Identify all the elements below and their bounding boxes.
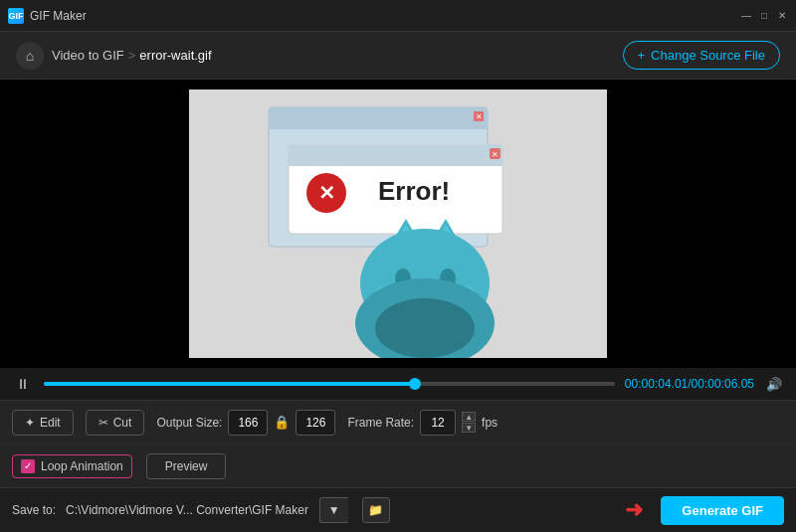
video-preview-area: ✕ ✕ ✕ Error! [0,80,796,368]
svg-point-24 [375,298,475,358]
folder-icon: 📁 [368,503,383,517]
progress-controls-bar: ⏸ 00:00:04.01/00:00:06.05 🔊 [0,368,796,400]
play-pause-button[interactable]: ⏸ [12,373,34,395]
progress-thumb[interactable] [409,378,421,390]
breadcrumb-current: error-wait.gif [139,48,211,63]
width-input[interactable] [228,410,268,436]
preview-button[interactable]: Preview [146,453,227,479]
total-time: 00:00:06.05 [692,377,754,391]
progress-bar[interactable] [44,382,615,386]
output-size-group: Output Size: 🔒 [156,410,335,436]
title-left: GIF GIF Maker [8,8,87,24]
app-icon: GIF [8,8,24,24]
spinner-buttons[interactable]: ▲ ▼ [462,412,476,433]
nav-bar: ⌂ Video to GIF > error-wait.gif + Change… [0,32,796,80]
frame-rate-group: Frame Rate: ▲ ▼ fps [347,410,498,436]
title-bar: GIF GIF Maker — □ ✕ [0,0,796,32]
time-display: 00:00:04.01/00:00:06.05 [625,377,754,391]
save-to-label: Save to: [12,503,56,517]
generate-gif-button[interactable]: Generate GIF [661,496,784,525]
maximize-button[interactable]: □ [758,10,770,22]
change-source-label: Change Source File [651,48,765,63]
app-title: GIF Maker [30,9,87,23]
open-folder-button[interactable]: 📁 [362,497,390,523]
output-size-label: Output Size: [156,416,222,430]
folder-select-button[interactable]: ▼ [319,497,348,523]
svg-text:✕: ✕ [492,150,498,159]
loop-animation-checkbox-group[interactable]: ✓ Loop Animation [12,454,132,478]
spinner-down-button[interactable]: ▼ [462,423,476,433]
cut-label: Cut [113,416,132,430]
cut-icon: ✂ [99,416,108,430]
tools-bar: ✦ Edit ✂ Cut Output Size: 🔒 Frame Rate: … [0,400,796,443]
breadcrumb-parent[interactable]: Video to GIF [52,48,124,63]
volume-button[interactable]: 🔊 [764,374,784,394]
window-controls[interactable]: — □ ✕ [740,10,788,22]
svg-rect-3 [269,119,488,129]
folder-select-group[interactable]: ▼ [319,497,348,523]
loop-preview-bar: ✓ Loop Animation Preview [0,443,796,487]
save-bar: Save to: C:\Vidmore\Vidmore V... Convert… [0,487,796,532]
lock-icon[interactable]: 🔒 [274,415,290,431]
frame-rate-label: Frame Rate: [347,416,414,430]
edit-button[interactable]: ✦ Edit [12,410,74,436]
height-input[interactable] [296,410,335,436]
progress-fill [44,382,415,386]
save-path-display: C:\Vidmore\Vidmore V... Converter\GIF Ma… [66,503,309,517]
home-button[interactable]: ⌂ [16,42,44,70]
minimize-button[interactable]: — [740,10,752,22]
change-source-button[interactable]: + Change Source File [623,41,781,70]
fps-label: fps [482,416,498,430]
frame-rate-input[interactable] [420,410,456,436]
svg-rect-8 [289,155,502,166]
loop-animation-checkbox[interactable]: ✓ [21,459,35,473]
current-time: 00:00:04.01 [625,377,688,391]
change-source-plus-icon: + [638,48,646,63]
edit-icon: ✦ [25,416,35,430]
cut-button[interactable]: ✂ Cut [86,410,145,436]
spinner-up-button[interactable]: ▲ [462,412,476,422]
loop-animation-label: Loop Animation [41,459,123,473]
generate-arrow-icon: ➜ [625,497,643,523]
svg-text:✕: ✕ [318,182,335,204]
svg-text:✕: ✕ [476,112,483,121]
breadcrumb-separator: > [128,48,136,63]
nav-left: ⌂ Video to GIF > error-wait.gif [16,42,212,70]
close-button[interactable]: ✕ [776,10,788,22]
gif-preview: ✕ ✕ ✕ Error! [189,89,607,358]
breadcrumb: Video to GIF > error-wait.gif [52,48,212,63]
edit-label: Edit [40,416,61,430]
arrow-indicator: ➜ [400,497,644,523]
svg-text:Error!: Error! [378,176,450,206]
